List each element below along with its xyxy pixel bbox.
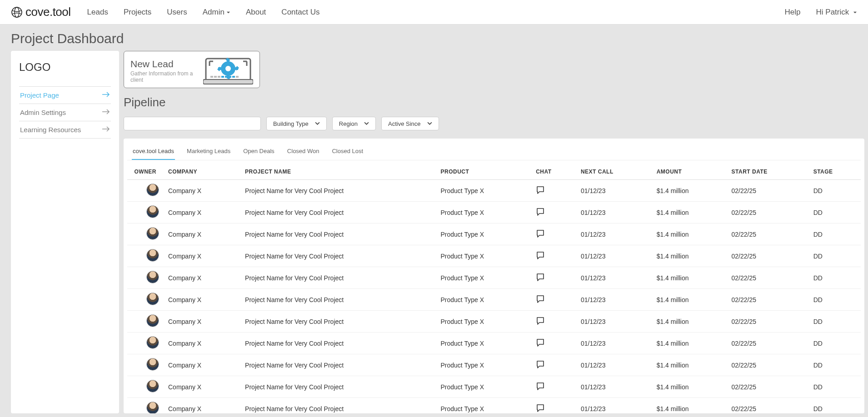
arrow-right-icon bbox=[102, 126, 110, 134]
svg-rect-21 bbox=[236, 76, 239, 78]
cell-chat bbox=[531, 398, 576, 414]
owner-avatar[interactable] bbox=[146, 336, 159, 349]
nav-item-help[interactable]: Help bbox=[785, 8, 801, 17]
tab-marketing-leads[interactable]: Marketing Leads bbox=[186, 145, 231, 160]
table-row[interactable]: Company XProject Name for Very Cool Proj… bbox=[127, 180, 861, 202]
svg-rect-18 bbox=[225, 76, 228, 78]
owner-avatar[interactable] bbox=[146, 271, 159, 283]
table-row[interactable]: Company XProject Name for Very Cool Proj… bbox=[127, 223, 861, 245]
svg-point-0 bbox=[12, 7, 22, 17]
cell-start: 02/22/25 bbox=[727, 267, 809, 289]
sidebar-item-learning-resources[interactable]: Learning Resources bbox=[19, 121, 111, 139]
pipeline-search-input[interactable] bbox=[124, 117, 261, 130]
cell-company: Company X bbox=[164, 354, 240, 376]
nav-item-projects[interactable]: Projects bbox=[124, 8, 151, 17]
chevron-down-icon bbox=[364, 120, 369, 127]
chat-icon[interactable] bbox=[536, 341, 545, 348]
filter-region[interactable]: Region bbox=[332, 117, 376, 130]
brand-logo[interactable]: cove.tool bbox=[11, 5, 71, 19]
cell-company: Company X bbox=[164, 311, 240, 333]
cell-stage: DD bbox=[809, 223, 861, 245]
caret-down-icon bbox=[851, 8, 857, 17]
new-lead-title: New Lead bbox=[130, 59, 199, 70]
table-row[interactable]: Company XProject Name for Very Cool Proj… bbox=[127, 245, 861, 267]
owner-avatar[interactable] bbox=[146, 314, 159, 327]
owner-avatar[interactable] bbox=[146, 227, 159, 240]
cell-product: Product Type X bbox=[436, 289, 532, 311]
table-row[interactable]: Company XProject Name for Very Cool Proj… bbox=[127, 311, 861, 333]
sidebar-item-label: Admin Settings bbox=[20, 109, 66, 116]
owner-avatar[interactable] bbox=[146, 293, 159, 305]
cell-chat bbox=[531, 267, 576, 289]
nav-item-users[interactable]: Users bbox=[167, 8, 187, 17]
cell-project: Project Name for Very Cool Project bbox=[240, 202, 436, 223]
cell-project: Project Name for Very Cool Project bbox=[240, 376, 436, 398]
filter-active-since[interactable]: Active Since bbox=[381, 117, 439, 130]
owner-avatar[interactable] bbox=[146, 249, 159, 262]
chat-icon[interactable] bbox=[536, 232, 545, 239]
cell-amount: $1.4 million bbox=[652, 398, 727, 414]
nav-item-about[interactable]: About bbox=[246, 8, 266, 17]
column-header-owner: OWNER bbox=[127, 165, 164, 180]
cell-chat bbox=[531, 311, 576, 333]
owner-avatar[interactable] bbox=[146, 402, 159, 413]
chat-icon[interactable] bbox=[536, 407, 545, 413]
cell-product: Product Type X bbox=[436, 202, 532, 223]
svg-rect-20 bbox=[232, 76, 235, 78]
globe-icon bbox=[11, 6, 23, 18]
owner-avatar[interactable] bbox=[146, 358, 159, 371]
owner-avatar[interactable] bbox=[146, 184, 159, 196]
cell-project: Project Name for Very Cool Project bbox=[240, 267, 436, 289]
chat-icon[interactable] bbox=[536, 298, 545, 305]
tab-closed-won[interactable]: Closed Won bbox=[286, 145, 320, 160]
owner-avatar[interactable] bbox=[146, 380, 159, 392]
chat-icon[interactable] bbox=[536, 385, 545, 392]
pipeline-tabs: cove.tool LeadsMarketing LeadsOpen Deals… bbox=[127, 142, 861, 160]
table-row[interactable]: Company XProject Name for Very Cool Proj… bbox=[127, 202, 861, 223]
table-row[interactable]: Company XProject Name for Very Cool Proj… bbox=[127, 267, 861, 289]
cell-stage: DD bbox=[809, 289, 861, 311]
table-row[interactable]: Company XProject Name for Very Cool Proj… bbox=[127, 289, 861, 311]
filter-building-type[interactable]: Building Type bbox=[266, 117, 327, 130]
cell-owner bbox=[127, 311, 164, 333]
cell-next-call: 01/12/23 bbox=[576, 180, 652, 202]
nav-item-leads[interactable]: Leads bbox=[87, 8, 108, 17]
table-row[interactable]: Company XProject Name for Very Cool Proj… bbox=[127, 354, 861, 376]
filter-label: Region bbox=[339, 120, 358, 127]
table-row[interactable]: Company XProject Name for Very Cool Proj… bbox=[127, 398, 861, 414]
svg-rect-14 bbox=[210, 76, 213, 78]
cell-owner bbox=[127, 333, 164, 354]
tab-closed-lost[interactable]: Closed Lost bbox=[331, 145, 364, 160]
table-row[interactable]: Company XProject Name for Very Cool Proj… bbox=[127, 333, 861, 354]
sidebar-item-project-page[interactable]: Project Page bbox=[19, 86, 111, 104]
cell-stage: DD bbox=[809, 267, 861, 289]
cell-chat bbox=[531, 180, 576, 202]
chat-icon[interactable] bbox=[536, 319, 545, 327]
cell-amount: $1.4 million bbox=[652, 202, 727, 223]
cell-owner bbox=[127, 245, 164, 267]
cell-next-call: 01/12/23 bbox=[576, 223, 652, 245]
column-header-stage: STAGE bbox=[809, 165, 861, 180]
chat-icon[interactable] bbox=[536, 276, 545, 283]
cell-company: Company X bbox=[164, 376, 240, 398]
cell-next-call: 01/12/23 bbox=[576, 289, 652, 311]
nav-item-contact-us[interactable]: Contact Us bbox=[281, 8, 319, 17]
laptop-gear-icon bbox=[203, 57, 253, 85]
chat-icon[interactable] bbox=[536, 189, 545, 196]
cell-start: 02/22/25 bbox=[727, 398, 809, 414]
tab-cove-tool-leads[interactable]: cove.tool Leads bbox=[132, 145, 175, 160]
chat-icon[interactable] bbox=[536, 254, 545, 261]
chat-icon[interactable] bbox=[536, 363, 545, 370]
table-row[interactable]: Company XProject Name for Very Cool Proj… bbox=[127, 376, 861, 398]
cell-chat bbox=[531, 223, 576, 245]
cell-amount: $1.4 million bbox=[652, 180, 727, 202]
chat-icon[interactable] bbox=[536, 210, 545, 218]
new-lead-card[interactable]: New Lead Gather Information from a clien… bbox=[124, 51, 260, 88]
cell-product: Product Type X bbox=[436, 354, 532, 376]
nav-item-hi-patrick[interactable]: Hi Patrick bbox=[816, 8, 857, 17]
owner-avatar[interactable] bbox=[146, 205, 159, 218]
sidebar-item-admin-settings[interactable]: Admin Settings bbox=[19, 104, 111, 121]
nav-item-admin[interactable]: Admin bbox=[203, 8, 230, 17]
cell-product: Product Type X bbox=[436, 311, 532, 333]
tab-open-deals[interactable]: Open Deals bbox=[242, 145, 275, 160]
